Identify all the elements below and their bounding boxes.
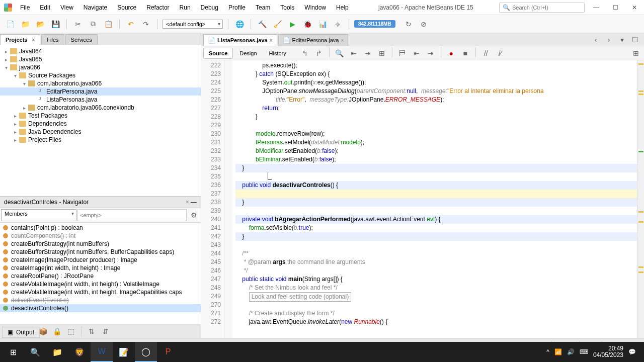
global-search[interactable]: 🔍 [499,3,585,13]
tree-item[interactable]: ▸Java064 [0,47,201,55]
tray-volume-icon[interactable]: 🔊 [567,348,575,355]
ed-find-icon[interactable]: 🔍 [334,47,346,59]
word-icon[interactable]: W [91,342,113,362]
navigator-item[interactable]: createBufferStrategy(int numBuffers) [0,240,201,248]
profile-icon[interactable]: 📊 [316,18,329,30]
close-button[interactable]: ✕ [627,3,642,13]
copy-icon[interactable]: ⧉ [87,18,99,30]
editor-tab[interactable]: 📄EditarPersona.java × [278,34,349,46]
undo-icon[interactable]: ↶ [125,18,137,30]
nav-tb-icon[interactable]: ⬚ [65,325,77,337]
nav-tb-icon[interactable]: 🔒 [51,325,63,337]
save-all-icon[interactable]: 💾 [49,18,61,30]
navigator-item[interactable]: desactivarControles() [0,304,201,312]
editor-tab[interactable]: 📄ListaPersonas.java × [203,34,277,46]
memory-badge[interactable]: 842.8/1118MB [354,20,395,28]
run-icon[interactable]: ▶ [286,18,298,30]
navigator-item[interactable]: createImage(ImageProducer producer) : Im… [0,256,201,264]
tray-lang-icon[interactable]: ⌨ [580,348,588,355]
new-project-icon[interactable]: 📁 [19,18,31,30]
menu-edit[interactable]: Edit [36,2,54,13]
maximize-button[interactable]: ☐ [608,3,623,13]
tree-item[interactable]: ListaPersonas.java [0,96,201,104]
tree-item[interactable]: ▸Java Dependencies [0,128,201,136]
navigator-item[interactable]: createImage(int width, int height) : Ima… [0,264,201,272]
navigator-filter-settings-icon[interactable]: ⚙ [188,209,200,221]
build-icon[interactable]: 🔨 [256,18,268,30]
tree-item[interactable]: ▾com.laboratorio.java066 [0,79,201,87]
navigator-item[interactable]: createVolatileImage(int width, int heigh… [0,280,201,288]
menu-team[interactable]: Team [252,2,274,13]
ed-macro-stop-icon[interactable]: ■ [459,47,471,59]
powerpoint-icon[interactable]: P [157,342,179,362]
tray-network-icon[interactable]: 📶 [554,348,562,355]
search-taskbar-icon[interactable]: 🔍 [24,342,46,362]
ed-shift-left-icon[interactable]: ⇤ [411,47,423,59]
ed-prev-icon[interactable]: ⇤ [348,47,360,59]
menu-help[interactable]: Help [332,2,353,13]
ed-comment-icon[interactable]: // [480,47,492,59]
tree-item[interactable]: ▸Dependencies [0,120,201,128]
attach-icon[interactable]: ⎆ [332,18,344,30]
tree-item[interactable]: ▸Test Packages [0,112,201,120]
config-combo[interactable]: <default config> [163,20,223,29]
notepad-icon[interactable]: 📝 [113,342,135,362]
menu-file[interactable]: File [16,2,34,13]
sync-stop-icon[interactable]: ⊘ [418,18,430,30]
navigator-list[interactable]: contains(Point p) : booleancountComponen… [0,223,201,324]
ed-shift-right-icon[interactable]: ⇥ [425,47,437,59]
ed-toggle-icon[interactable]: ⊞ [376,47,388,59]
menu-debug[interactable]: Debug [197,2,222,13]
editor-list-icon[interactable]: ▾ [616,34,628,46]
nav-tb-icon[interactable]: ⇵ [100,325,112,337]
tree-item[interactable]: ▸Java065 [0,55,201,63]
netbeans-taskbar-icon[interactable]: ◯ [135,342,157,362]
tray-clock[interactable]: 20:49 04/05/2023 [593,345,623,358]
explorer-icon[interactable]: 📁 [46,342,68,362]
navigator-item[interactable]: deliverEvent(Event e) [0,296,201,304]
ed-macro-rec-icon[interactable]: ● [445,47,457,59]
ed-bookmark-icon[interactable]: ⛿ [396,47,409,59]
code-area[interactable]: ps.execute(); } catch (SQLException ex) … [231,60,637,338]
menu-navigate[interactable]: Navigate [79,2,111,13]
navigator-item[interactable]: createRootPane() : JRootPane [0,272,201,280]
menu-tools[interactable]: Tools [276,2,298,13]
output-tab[interactable]: ▣ Output [2,327,40,338]
ed-split-icon[interactable]: ⊞ [630,47,642,59]
tray-chevron-icon[interactable]: ^ [546,348,549,355]
projects-tree[interactable]: ▸Java064▸Java065▾java066▾Source Packages… [0,45,201,196]
nav-tb-icon[interactable]: ⇅ [86,325,98,337]
tree-item[interactable]: EditarPersona.java [0,87,201,96]
tree-item[interactable]: ▸Project Files [0,136,201,144]
menu-view[interactable]: View [56,2,77,13]
ed-fwd-icon[interactable]: ↱ [313,47,325,59]
brave-icon[interactable]: 🦁 [68,342,91,362]
tree-item[interactable]: ▾Source Packages [0,71,201,79]
navigator-item[interactable]: contains(Point p) : boolean [0,224,201,232]
open-icon[interactable]: 📂 [34,18,46,30]
editor-prev-icon[interactable]: ‹ [590,34,602,46]
editor-next-icon[interactable]: › [603,34,615,46]
fold-column[interactable] [224,60,231,338]
tray-notifications-icon[interactable]: 💬 [628,348,636,355]
navigator-item[interactable]: countComponents() : int [0,232,201,240]
navigator-close-icon[interactable]: × [186,199,189,206]
tree-item[interactable]: ▸com.laboratorio.java066.conexiondb [0,104,201,112]
code-editor[interactable]: 2222232242252262272282292302312322332342… [201,60,644,338]
panel-tab-projects[interactable]: Projects × [0,34,40,45]
navigator-filter-input[interactable] [77,209,187,221]
search-input[interactable] [512,5,582,11]
redo-icon[interactable]: ↷ [140,18,152,30]
panel-tab-files[interactable]: Files [41,34,64,45]
editor-mode-source[interactable]: Source [203,48,233,59]
sync-icon[interactable]: ↻ [403,18,415,30]
menu-profile[interactable]: Profile [224,2,250,13]
annotation-strip[interactable] [637,60,644,338]
clean-build-icon[interactable]: 🧹 [271,18,283,30]
menu-source[interactable]: Source [113,2,140,13]
minimize-button[interactable]: — [589,3,604,13]
ed-uncomment-icon[interactable]: /∕ [494,47,506,59]
globe-icon[interactable]: 🌐 [233,18,246,30]
ed-next-icon[interactable]: ⇥ [362,47,374,59]
paste-icon[interactable]: 📋 [102,18,114,30]
